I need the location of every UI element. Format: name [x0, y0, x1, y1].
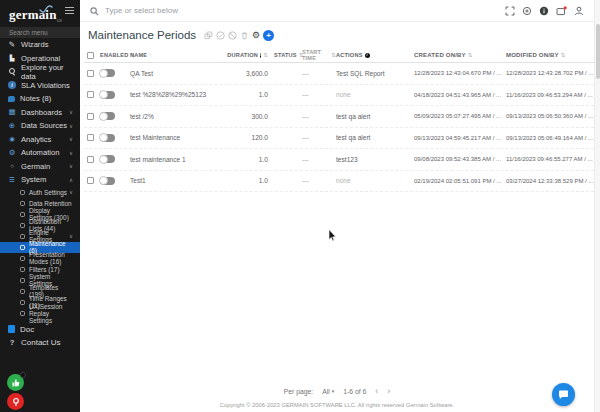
row-checkbox[interactable] [87, 70, 94, 77]
table-row[interactable]: test /2% 300.0 --- test qa alert 05/09/2… [84, 106, 594, 128]
enabled-toggle[interactable] [100, 91, 115, 99]
subitem-icon [20, 245, 25, 250]
row-checkbox[interactable] [87, 177, 94, 184]
add-maintenance-button[interactable]: + [263, 30, 274, 41]
notification-dot [20, 372, 26, 378]
cell-start-time: --- [302, 177, 336, 184]
sidebar-item-data-sources[interactable]: ⊕ Data Sources ∨ [0, 119, 80, 133]
next-page-button[interactable]: › [387, 386, 390, 396]
sidebar-item-wizards[interactable]: ✎ Wizards [0, 38, 80, 52]
subitem-icon [20, 289, 25, 294]
subitem-icon [20, 311, 25, 316]
enabled-toggle[interactable] [100, 112, 115, 120]
main-content: Maintenance Periods ⚙ + ENABLED i ⇅ NAME… [80, 22, 594, 412]
enabled-toggle[interactable] [100, 177, 115, 185]
sidebar-item-analytics[interactable]: ◉ Analytics ∨ [0, 133, 80, 147]
column-header-status[interactable]: STATUS i ⇅ [274, 52, 302, 58]
sidebar-nav: ✎ Wizards ▙ Operational Explore your dat… [0, 38, 80, 187]
question-icon: ? [8, 339, 16, 347]
cell-actions: Test SQL Report [336, 70, 414, 77]
duplicate-icon[interactable] [204, 31, 213, 40]
chevron-icon: ∨ [69, 136, 73, 142]
prev-page-button[interactable]: ‹ [375, 386, 378, 396]
row-checkbox[interactable] [87, 91, 94, 98]
topbar-icons [505, 6, 594, 16]
sidebar-item-germain[interactable]: ○ Germain ∨ [0, 160, 80, 174]
column-header-enabled[interactable]: ENABLED i ⇅ [100, 52, 130, 58]
global-search-input[interactable] [105, 6, 405, 15]
column-header-created[interactable]: CREATED ON/BY i ⇅ [414, 52, 506, 58]
delete-icon[interactable] [240, 31, 249, 40]
cell-modified: 12/28/2023 12:43:28.702 PM / ... [506, 70, 594, 76]
sidebar-item-explore-your-data[interactable]: Explore your data [0, 65, 80, 79]
logo-row: germainUX [0, 0, 80, 25]
window-scrollbar [594, 0, 600, 412]
global-search[interactable] [80, 2, 505, 20]
pin-button[interactable] [7, 393, 24, 410]
menu-toggle-icon[interactable] [65, 7, 74, 14]
sidebar-item-dashboards[interactable]: ▦ Dashboards ∨ [0, 106, 80, 120]
sidebar-subitem-ux-session-replay-settings[interactable]: UX/Session Replay Settings [0, 308, 80, 319]
cell-duration: 1.0 [230, 177, 274, 184]
logo-check-icon [38, 0, 53, 18]
sidebar-subitem-presentation-modes-16[interactable]: Presentation Modes (16) [0, 253, 80, 264]
column-header-start[interactable]: START TIME i ⇅ [302, 49, 336, 61]
info-circle-icon[interactable] [539, 6, 549, 16]
column-header-actions[interactable]: ACTIONS i [336, 52, 414, 58]
sidebar-item-contact-us[interactable]: ? Contact Us [0, 336, 80, 350]
cell-duration: 300.0 [230, 113, 274, 120]
sidebar-search[interactable] [0, 27, 80, 38]
select-all-checkbox[interactable] [87, 52, 94, 59]
user-icon[interactable] [574, 6, 584, 16]
sidebar-item-sla-violations[interactable]: i SLA Violations [0, 79, 80, 93]
share-window-icon[interactable] [556, 6, 567, 16]
app-logo-sub: UX [57, 18, 63, 23]
enabled-toggle[interactable] [100, 134, 115, 142]
table-row[interactable]: test Maintenance 120.0 --- test qa alert… [84, 128, 594, 150]
column-header-duration[interactable]: DURATION i ⇅ [230, 52, 274, 58]
cell-modified: 09/13/2023 05:06:50.360 AM / ... [506, 113, 594, 119]
cancel-circle-icon[interactable] [228, 31, 237, 40]
sidebar-item-system[interactable]: ☰ System ∧ [0, 173, 80, 187]
fullscreen-icon[interactable] [505, 6, 515, 16]
sidebar-item-notes-8[interactable]: Notes (8) [0, 92, 80, 106]
cell-modified: 11/16/2023 09:46:53.294 AM / ... [506, 92, 594, 98]
feedback-thumbs-up-button[interactable] [7, 374, 24, 391]
table-row[interactable]: Test1 1.0 --- none 02/19/2024 02:05:51.0… [84, 171, 594, 193]
sidebar-fabs [7, 374, 24, 410]
cell-created: 02/19/2024 02:05:51.091 PM / ... [414, 178, 506, 184]
row-checkbox[interactable] [87, 113, 94, 120]
column-header-name[interactable]: NAME i ↑ [130, 52, 230, 58]
table-row[interactable]: test %28%28%29%25123 1.0 --- none 04/18/… [84, 85, 594, 107]
scrollbar-thumb[interactable] [596, 24, 600, 79]
cell-created: 04/18/2023 04:51:43.965 AM / ... [414, 92, 506, 98]
table-row[interactable]: test maintenance 1 1.0 --- test123 09/08… [84, 149, 594, 171]
column-header-modified[interactable]: MODIFIED ON/BY i ⇅ [506, 52, 594, 58]
cell-name: test %28%28%29%25123 [130, 91, 230, 98]
subitem-icon [20, 234, 25, 239]
zoom-target-icon[interactable] [522, 6, 532, 16]
topbar [80, 0, 594, 22]
sidebar-subitem-auth-settings[interactable]: Auth Settings ∨ [0, 187, 80, 198]
row-checkbox[interactable] [87, 134, 94, 141]
subitem-icon [20, 256, 25, 261]
sidebar-item-doc[interactable]: Doc [0, 323, 80, 337]
cell-start-time: --- [302, 113, 336, 120]
page-title: Maintenance Periods [88, 29, 196, 41]
copyright-text: Copyright © 2006-2023 GERMAIN SOFTWARE L… [80, 402, 594, 408]
chat-button[interactable] [552, 383, 575, 406]
table-row[interactable]: QA Test 3,600.0 --- Test SQL Report 12/2… [84, 63, 594, 85]
settings-gear-icon[interactable]: ⚙ [252, 31, 260, 40]
per-page-select[interactable]: All▾ [322, 388, 334, 395]
sidebar-search-input[interactable] [9, 29, 71, 36]
table-header-row: ENABLED i ⇅ NAME i ↑ DURATION i ⇅ STATUS… [84, 48, 594, 63]
row-checkbox[interactable] [87, 156, 94, 163]
sort-icon: ⇅ [263, 52, 268, 58]
enabled-toggle[interactable] [100, 69, 115, 77]
info-icon: i [8, 81, 16, 89]
check-circle-icon[interactable] [216, 31, 225, 40]
enabled-toggle[interactable] [100, 155, 115, 163]
system-subnav: Auth Settings ∨ Data Retention Display S… [0, 187, 80, 319]
subitem-icon [20, 278, 25, 283]
sidebar-item-automation[interactable]: ⚙ Automation ∨ [0, 146, 80, 160]
